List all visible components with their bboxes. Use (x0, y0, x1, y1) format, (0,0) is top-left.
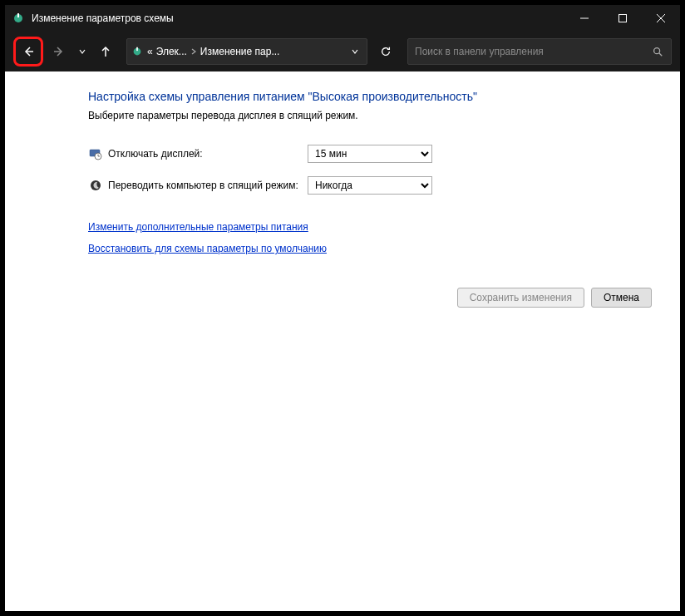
cancel-button[interactable]: Отмена (591, 288, 652, 308)
close-button[interactable] (642, 5, 680, 32)
control-panel-window: Изменение параметров схемы (5, 5, 680, 611)
address-dropdown-button[interactable] (347, 47, 363, 56)
forward-button[interactable] (47, 39, 71, 64)
link-advanced-settings[interactable]: Изменить дополнительные параметры питани… (88, 221, 663, 233)
svg-line-12 (659, 53, 663, 57)
back-button-highlight (13, 37, 43, 67)
display-timer-icon (88, 146, 103, 161)
display-off-select[interactable]: 15 мин (308, 145, 432, 163)
link-restore-defaults[interactable]: Восстановить для схемы параметры по умол… (88, 243, 663, 254)
search-icon[interactable] (651, 46, 664, 57)
search-input[interactable] (415, 46, 651, 57)
svg-rect-1 (17, 13, 19, 17)
setting-row-sleep: Переводить компьютер в спящий режим: Ник… (88, 176, 663, 195)
maximize-button[interactable] (604, 5, 642, 32)
navigation-toolbar: « Элек... Изменение пар... (5, 32, 680, 71)
sleep-label: Переводить компьютер в спящий режим: (108, 180, 308, 191)
breadcrumb-overflow[interactable]: « (147, 46, 153, 57)
titlebar: Изменение параметров схемы (5, 5, 680, 32)
svg-rect-10 (136, 47, 138, 51)
window-title: Изменение параметров схемы (32, 12, 174, 24)
address-bar[interactable]: « Элек... Изменение пар... (126, 38, 367, 65)
sleep-select[interactable]: Никогда (308, 176, 432, 195)
back-button[interactable] (16, 39, 41, 64)
svg-point-11 (654, 48, 660, 54)
app-icon (12, 12, 25, 25)
recent-locations-button[interactable] (73, 39, 91, 64)
address-icon (131, 45, 144, 58)
button-row: Сохранить изменения Отмена (88, 288, 663, 308)
refresh-button[interactable] (372, 38, 399, 65)
search-bar[interactable] (407, 38, 672, 65)
chevron-right-icon (190, 47, 197, 57)
up-button[interactable] (93, 39, 118, 64)
breadcrumb-item-edit-plan[interactable]: Изменение пар... (200, 46, 280, 57)
content-area: Настройка схемы управления питанием "Выс… (5, 71, 680, 611)
display-off-label: Отключать дисплей: (108, 148, 308, 160)
breadcrumb-item-power[interactable]: Элек... (156, 46, 187, 57)
page-title: Настройка схемы управления питанием "Выс… (88, 90, 663, 103)
save-button: Сохранить изменения (457, 288, 584, 308)
minimize-button[interactable] (565, 5, 604, 32)
svg-rect-3 (619, 15, 627, 22)
setting-row-display-off: Отключать дисплей: 15 мин (88, 145, 663, 163)
sleep-moon-icon (88, 178, 103, 193)
page-subtitle: Выберите параметры перевода дисплея в сп… (88, 110, 663, 121)
